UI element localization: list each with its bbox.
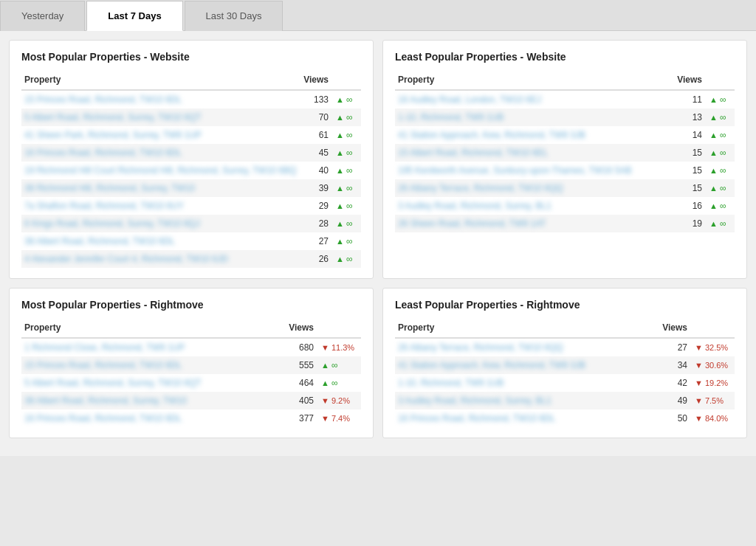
property-cell[interactable]: 5 Albert Road, Richmond, Surrey, TW10 6Q…: [21, 374, 274, 392]
views-cell: 464: [274, 374, 317, 392]
property-cell[interactable]: 1-10, Richmond, TW9 1UB: [395, 374, 650, 392]
trend-cell: ▼ 9.2%: [317, 392, 361, 410]
trend-cell: ▲ ∞: [705, 144, 735, 162]
trend-cell: ▲ ∞: [331, 197, 361, 215]
panel-title-most-popular-website: Most Popular Properties - Website: [21, 51, 361, 63]
property-cell[interactable]: 16 Princes Road, Richmond, TW10 6DL: [21, 144, 300, 162]
col-header-trend: [690, 318, 735, 338]
property-cell[interactable]: 26 Albany Terrace, Richmond, TW10 6QQ: [395, 179, 670, 197]
property-cell[interactable]: 3 Audley Road, Richmond, Surrey, BL1: [395, 197, 670, 215]
panel-most-popular-website: Most Popular Properties - Website Proper…: [9, 40, 374, 279]
trend-cell: ▼ 30.6%: [690, 356, 735, 374]
tabs-container: Yesterday Last 7 Days Last 30 Days: [0, 0, 756, 31]
table-row: 38 Albert Road, Richmond, TW10 6DL27▲ ∞: [21, 232, 361, 250]
tab-last30days[interactable]: Last 30 Days: [185, 1, 284, 31]
views-cell: 49: [650, 392, 690, 410]
table-row: 38 Albert Road, Richmond, Surrey, TW1040…: [21, 392, 361, 410]
property-cell[interactable]: 4 Alexander Jennifer Court 4, Richmond, …: [21, 250, 300, 268]
table-row: 41 Station Approach, Kew, Richmond, TW9 …: [395, 356, 735, 374]
property-cell[interactable]: 16 Princes Road, Richmond, TW10 6DL: [21, 410, 274, 427]
property-cell[interactable]: 16 Audley Road, London, TW10 6EJ: [395, 90, 670, 108]
table-row: 15 Princes Road, Richmond, TW10 6DL133▲ …: [21, 90, 361, 108]
property-cell[interactable]: 19 Richmond Hill Court Richmond Hill, Ri…: [21, 162, 300, 179]
views-cell: 61: [300, 126, 331, 144]
property-cell[interactable]: 26 Sheen Road, Richmond, TW9 1AT: [395, 215, 670, 232]
trend-cell: ▲ ∞: [705, 90, 735, 108]
views-cell: 70: [300, 108, 331, 126]
trend-cell: ▲ ∞: [705, 179, 735, 197]
col-header-views: Views: [670, 70, 705, 90]
property-cell[interactable]: 3 Audley Road, Richmond, Surrey, BL1: [395, 392, 650, 410]
views-cell: 29: [300, 197, 331, 215]
views-cell: 45: [300, 144, 331, 162]
views-cell: 27: [300, 232, 331, 250]
tab-last7days[interactable]: Last 7 Days: [86, 1, 182, 31]
top-row: Most Popular Properties - Website Proper…: [9, 40, 747, 279]
tab-yesterday[interactable]: Yesterday: [0, 1, 85, 31]
property-cell[interactable]: 38 Richmond Hill, Richmond, Surrey, TW10: [21, 179, 300, 197]
views-cell: 40: [300, 162, 331, 179]
property-cell[interactable]: 195 Kenilworth Avenue, Sunbury-upon-Tham…: [395, 162, 670, 179]
table-most-popular-website: Property Views 15 Princes Road, Richmond…: [21, 70, 361, 268]
property-cell[interactable]: 16 Princes Road, Richmond, TW10 6DL: [395, 410, 650, 427]
property-cell[interactable]: 1-10, Richmond, TW9 1UB: [395, 108, 670, 126]
property-cell[interactable]: 41 Sheen Park, Richmond, Surrey, TW9 1UP: [21, 126, 300, 144]
views-cell: 680: [274, 338, 317, 356]
table-row: 26 Albany Terrace, Richmond, TW10 6QQ15▲…: [395, 179, 735, 197]
panel-title-most-popular-rightmove: Most Popular Properties - Rightmove: [21, 299, 361, 311]
views-cell: 13: [670, 108, 705, 126]
property-cell[interactable]: 7a Shafton Road, Richmond, TW10 6UY: [21, 197, 300, 215]
property-cell[interactable]: 15 Princes Road, Richmond, TW10 6DL: [21, 356, 274, 374]
property-cell[interactable]: 38 Albert Road, Richmond, TW10 6DL: [21, 232, 300, 250]
property-cell[interactable]: 41 Station Approach, Kew, Richmond, TW9 …: [395, 356, 650, 374]
table-row: 3 Audley Road, Richmond, Surrey, BL116▲ …: [395, 197, 735, 215]
bottom-row: Most Popular Properties - Rightmove Prop…: [9, 288, 747, 438]
table-row: 41 Station Approach, Kew, Richmond, TW9 …: [395, 126, 735, 144]
trend-cell: ▲ ∞: [705, 126, 735, 144]
trend-cell: ▲ ∞: [317, 356, 361, 374]
main-content: Most Popular Properties - Website Proper…: [0, 31, 756, 456]
table-row: 16 Princes Road, Richmond, TW10 6DL50▼ 8…: [395, 410, 735, 427]
property-cell[interactable]: 5 Albert Road, Richmond, Surrey, TW10 6Q…: [21, 108, 300, 126]
table-row: 16 Princes Road, Richmond, TW10 6DL45▲ ∞: [21, 144, 361, 162]
col-header-property: Property: [395, 70, 670, 90]
table-row: 16 Princes Road, Richmond, TW10 6DL377▼ …: [21, 410, 361, 427]
views-cell: 50: [650, 410, 690, 427]
views-cell: 27: [650, 338, 690, 356]
trend-cell: ▲ ∞: [331, 232, 361, 250]
table-row: 26 Sheen Road, Richmond, TW9 1AT19▲ ∞: [395, 215, 735, 232]
table-row: 1-10, Richmond, TW9 1UB42▼ 19.2%: [395, 374, 735, 392]
col-header-trend: [317, 318, 361, 338]
property-cell[interactable]: 41 Station Approach, Kew, Richmond, TW9 …: [395, 126, 670, 144]
tab-bar: Yesterday Last 7 Days Last 30 Days: [0, 0, 756, 31]
views-cell: 42: [650, 374, 690, 392]
views-cell: 28: [300, 215, 331, 232]
table-row: 7a Shafton Road, Richmond, TW10 6UY29▲ ∞: [21, 197, 361, 215]
col-header-views: Views: [650, 318, 690, 338]
col-header-property: Property: [395, 318, 650, 338]
views-cell: 15: [670, 144, 705, 162]
trend-cell: ▲ ∞: [331, 90, 361, 108]
property-cell[interactable]: 38 Albert Road, Richmond, Surrey, TW10: [21, 392, 274, 410]
table-least-popular-website: Property Views 16 Audley Road, London, T…: [395, 70, 735, 232]
trend-cell: ▲ ∞: [705, 162, 735, 179]
property-cell[interactable]: 15 Princes Road, Richmond, TW10 6DL: [21, 90, 300, 108]
trend-cell: ▼ 7.5%: [690, 392, 735, 410]
table-most-popular-rightmove: Property Views 1 Richmond Close, Richmon…: [21, 318, 361, 427]
property-cell[interactable]: 1 Richmond Close, Richmond, TW9 1UP: [21, 338, 274, 356]
views-cell: 26: [300, 250, 331, 268]
panel-least-popular-rightmove: Least Popular Properties - Rightmove Pro…: [382, 288, 747, 438]
trend-cell: ▲ ∞: [331, 144, 361, 162]
property-cell[interactable]: 6 Kings Road, Richmond, Surrey, TW10 6QJ: [21, 215, 300, 232]
table-row: 1 Richmond Close, Richmond, TW9 1UP680▼ …: [21, 338, 361, 356]
views-cell: 377: [274, 410, 317, 427]
trend-cell: ▲ ∞: [705, 215, 735, 232]
property-cell[interactable]: 15 Albert Road, Richmond, TW10 6EL: [395, 144, 670, 162]
trend-cell: ▲ ∞: [331, 162, 361, 179]
table-row: 16 Audley Road, London, TW10 6EJ11▲ ∞: [395, 90, 735, 108]
views-cell: 405: [274, 392, 317, 410]
table-row: 3 Audley Road, Richmond, Surrey, BL149▼ …: [395, 392, 735, 410]
views-cell: 19: [670, 215, 705, 232]
property-cell[interactable]: 26 Albany Terrace, Richmond, TW10 6QQ: [395, 338, 650, 356]
col-header-views: Views: [300, 70, 331, 90]
